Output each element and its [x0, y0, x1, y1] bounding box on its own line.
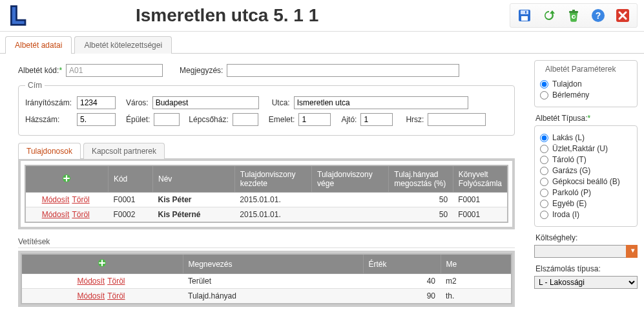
th-proj-unit: Me	[441, 254, 512, 274]
owners-table: Kód Név Tulajdonviszony kezdete Tulajdon…	[25, 165, 508, 223]
type-radio[interactable]	[540, 211, 548, 219]
type-radio-label: Iroda (I)	[552, 210, 579, 219]
svg-rect-2	[521, 16, 528, 21]
type-radio-label: Egyéb (E)	[552, 199, 587, 208]
cell-relstart: 2015.01.01.	[234, 193, 311, 207]
type-radio[interactable]	[540, 145, 548, 153]
th-proj-name: Megnevezés	[183, 254, 363, 274]
svg-rect-1	[521, 10, 528, 14]
cell-proj-unit: m2	[441, 274, 512, 289]
hrsz-label: Hrsz:	[406, 115, 424, 124]
trash-button[interactable]	[565, 6, 583, 25]
ownership-own-label: Tulajdon	[552, 79, 582, 89]
delete-link[interactable]: Töröl	[107, 277, 125, 286]
th-name: Név	[153, 165, 235, 193]
add-owner-button[interactable]	[62, 174, 71, 183]
table-row: MódosítTörölF0002Kis Péterné2015.01.01.5…	[25, 207, 508, 223]
toolbar: ?	[510, 3, 638, 28]
help-button[interactable]: ?	[589, 6, 607, 25]
type-radio-label: Gépkocsi beálló (B)	[552, 177, 620, 186]
type-radio[interactable]	[540, 189, 548, 197]
th-code: Kód	[108, 165, 152, 193]
edit-link[interactable]: Módosít	[42, 195, 70, 204]
svg-rect-5	[572, 10, 575, 11]
stair-input[interactable]	[233, 113, 258, 126]
type-radio[interactable]	[540, 200, 548, 208]
cell-proj-name: Tulajd.hányad	[183, 289, 363, 304]
tab-owners[interactable]: Tulajdonosok	[18, 143, 81, 159]
hrsz-input[interactable]	[428, 113, 486, 126]
table-row: MódosítTörölTerület40m2	[21, 274, 512, 289]
refresh-button[interactable]	[540, 6, 558, 25]
type-label: Albetét Típusa:*	[535, 114, 638, 123]
projections-title: Vetítések	[18, 237, 515, 248]
tab-partners[interactable]: Kapcsolt partnerek	[83, 143, 165, 159]
edit-link[interactable]: Módosít	[42, 210, 70, 219]
settlement-select[interactable]: L - Lakossági	[534, 276, 638, 289]
cell-share: 50	[389, 193, 453, 207]
type-radio-label: Parkoló (P)	[552, 188, 591, 197]
note-input[interactable]	[227, 64, 459, 77]
code-label: Albetét kód:*	[18, 66, 62, 75]
address-legend: Cím	[25, 81, 45, 90]
door-label: Ajtó:	[341, 115, 357, 124]
house-label: Házszám:	[25, 115, 73, 124]
type-radio[interactable]	[540, 134, 548, 142]
delete-link[interactable]: Töröl	[72, 210, 89, 219]
cell-proj-unit: th.	[441, 289, 512, 304]
add-projection-button[interactable]	[98, 258, 107, 268]
city-label: Város:	[126, 98, 149, 107]
tab-data[interactable]: Albetét adatai	[5, 36, 72, 54]
code-input[interactable]	[66, 64, 163, 77]
street-label: Utca:	[272, 98, 290, 107]
cell-relend	[312, 193, 389, 207]
delete-link[interactable]: Töröl	[72, 195, 89, 204]
cell-name: Kis Péter	[153, 193, 235, 207]
parameters-legend: Albetét Paraméterek	[543, 65, 618, 74]
inner-tabs: Tulajdonosok Kapcsolt partnerek	[18, 142, 526, 158]
app-logo	[6, 3, 32, 28]
projections-table: Megnevezés Érték Me MódosítTörölTerület4…	[21, 253, 512, 304]
type-radio[interactable]	[540, 178, 548, 186]
city-input[interactable]	[152, 96, 259, 109]
save-button[interactable]	[515, 6, 534, 25]
type-group: Lakás (L)Üzlet,Raktár (U)Tároló (T)Garáz…	[534, 125, 638, 227]
delete-link[interactable]: Töröl	[107, 291, 125, 300]
building-input[interactable]	[154, 113, 180, 126]
costcenter-select[interactable]	[534, 245, 638, 258]
cell-share: 50	[389, 207, 453, 223]
floor-input[interactable]	[298, 113, 331, 126]
cell-proj-value: 40	[363, 274, 441, 289]
door-input[interactable]	[360, 113, 393, 126]
close-button[interactable]	[614, 6, 632, 25]
cell-account: F0001	[453, 193, 508, 207]
house-input[interactable]	[77, 113, 116, 126]
cell-name: Kis Péterné	[153, 207, 235, 223]
cell-proj-value: 90	[363, 289, 441, 304]
street-input[interactable]	[294, 96, 468, 109]
cell-code: F0001	[108, 193, 152, 207]
th-proj-value: Érték	[363, 254, 441, 274]
svg-text:?: ?	[596, 10, 601, 21]
svg-rect-3	[525, 11, 526, 14]
zip-label: Irányítószám:	[25, 98, 73, 107]
th-relstart: Tulajdonviszony kezdete	[234, 165, 311, 193]
type-radio[interactable]	[540, 167, 548, 175]
type-radio-label: Garázs (G)	[552, 166, 590, 175]
svg-rect-4	[569, 11, 578, 13]
ownership-rent-radio[interactable]	[540, 91, 548, 100]
building-label: Épület:	[126, 115, 150, 124]
page-title: Ismeretlen utca 5. 1 1	[136, 5, 510, 26]
cell-relstart: 2015.01.01.	[234, 207, 311, 223]
main-tabs: Albetét adatai Albetét kötelezettségei	[5, 36, 644, 53]
cell-proj-name: Terület	[183, 274, 363, 289]
th-account: Könyvelt Folyószámla	[453, 165, 508, 193]
edit-link[interactable]: Módosít	[77, 277, 105, 286]
edit-link[interactable]: Módosít	[77, 291, 105, 300]
note-label: Megjegyzés:	[180, 66, 223, 75]
type-radio[interactable]	[540, 156, 548, 164]
tab-obligations[interactable]: Albetét kötelezettségei	[74, 36, 172, 54]
costcenter-label: Költséghely:	[535, 233, 638, 242]
ownership-own-radio[interactable]	[540, 80, 548, 89]
zip-input[interactable]	[77, 96, 116, 109]
